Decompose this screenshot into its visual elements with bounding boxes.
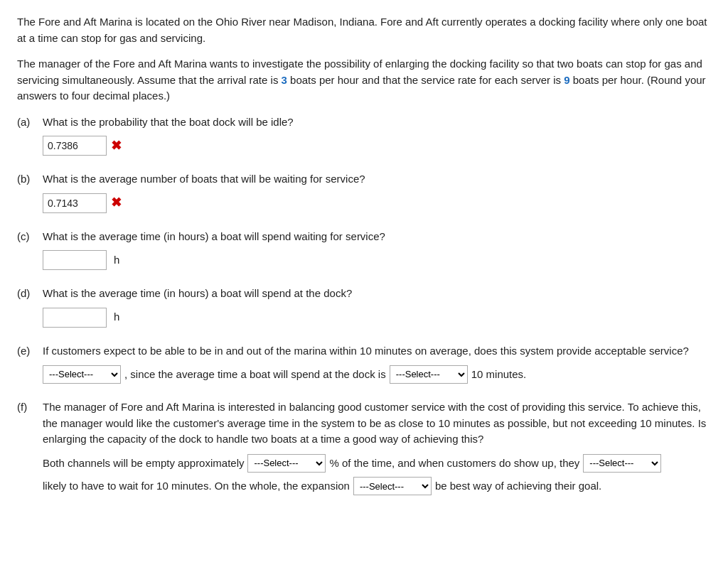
arrival-rate: 3 bbox=[282, 74, 287, 86]
question-d-text: What is the average time (in hours) a bo… bbox=[43, 286, 711, 302]
question-a-x-icon[interactable]: ✖ bbox=[111, 136, 122, 156]
question-f-select1[interactable]: ---Select--- 73.86 71.43 28.57 bbox=[247, 454, 326, 473]
question-d-label: (d) bbox=[17, 286, 43, 302]
question-a-label: (a) bbox=[17, 114, 43, 131]
question-e-end-text: 10 minutes. bbox=[471, 365, 527, 384]
intro-para2: The manager of the Fore and Aft Marina w… bbox=[17, 56, 711, 104]
question-c-label: (c) bbox=[17, 229, 43, 245]
service-rate: 9 bbox=[564, 74, 569, 86]
question-f-label: (f) bbox=[17, 399, 43, 416]
question-d-unit: h bbox=[114, 309, 119, 325]
question-f-answers: Both channels will be empty approximatel… bbox=[43, 453, 711, 497]
question-b: (b) What is the average number of boats … bbox=[17, 171, 711, 213]
question-f: (f) The manager of Fore and Aft Marina i… bbox=[17, 399, 711, 497]
question-f-line2-after: be best way of achieving their goal. bbox=[435, 476, 601, 497]
question-e-middle-text: , since the average time a boat will spe… bbox=[124, 365, 386, 384]
question-f-line1-before: Both channels will be empty approximatel… bbox=[43, 453, 244, 474]
question-c: (c) What is the average time (in hours) … bbox=[17, 229, 711, 271]
question-b-x-icon[interactable]: ✖ bbox=[111, 193, 122, 212]
question-e-label: (e) bbox=[17, 343, 43, 360]
question-a: (a) What is the probability that the boa… bbox=[17, 114, 711, 156]
question-a-text: What is the probability that the boat do… bbox=[43, 114, 711, 131]
question-a-input[interactable] bbox=[43, 136, 107, 156]
question-b-label: (b) bbox=[17, 171, 43, 188]
question-d-input[interactable] bbox=[43, 308, 107, 328]
question-e-select1[interactable]: ---Select--- Yes No bbox=[43, 365, 121, 384]
question-e-select2[interactable]: ---Select--- less than greater than equa… bbox=[390, 365, 468, 384]
question-b-text: What is the average number of boats that… bbox=[43, 171, 711, 188]
question-d: (d) What is the average time (in hours) … bbox=[17, 286, 711, 328]
question-f-line1-after: % of the time, and when customers do sho… bbox=[329, 453, 579, 474]
question-e: (e) If customers expect to be able to be… bbox=[17, 343, 711, 384]
question-c-unit: h bbox=[114, 252, 119, 269]
question-f-select3[interactable]: ---Select--- would would not bbox=[353, 477, 432, 495]
question-c-text: What is the average time (in hours) a bo… bbox=[43, 229, 711, 245]
question-f-para: The manager of Fore and Aft Marina is in… bbox=[43, 399, 711, 448]
question-c-input[interactable] bbox=[43, 250, 107, 270]
question-f-select2[interactable]: ---Select--- are are not bbox=[583, 454, 661, 473]
question-e-text: If customers expect to be able to be in … bbox=[43, 343, 711, 360]
intro-para1: The Fore and Aft Marina is located on th… bbox=[17, 14, 711, 46]
question-b-input[interactable] bbox=[43, 193, 107, 213]
question-f-line2-before: likely to have to wait for 10 minutes. O… bbox=[43, 476, 350, 497]
